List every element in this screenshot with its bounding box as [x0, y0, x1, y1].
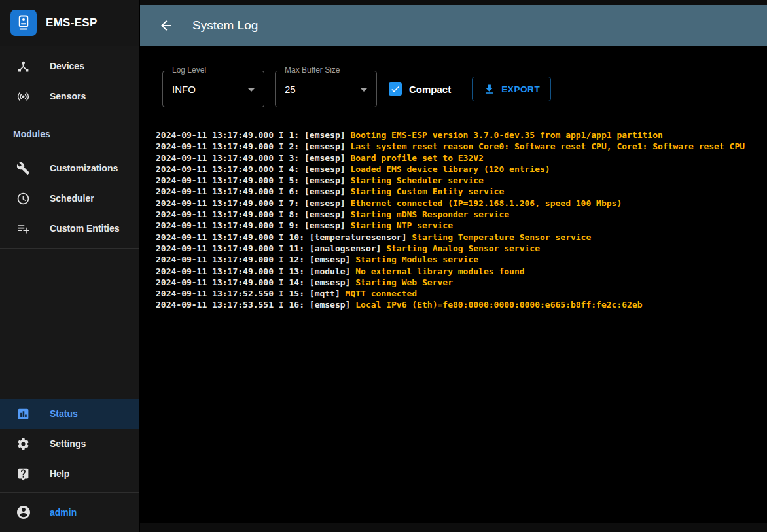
export-button-label: EXPORT	[501, 84, 540, 94]
sidebar-item-sensors[interactable]: Sensors	[0, 81, 139, 111]
max-buffer-size-select[interactable]: Max Buffer Size 25	[275, 71, 377, 107]
sidebar: EMS-ESP Devices Sensors Modules	[0, 0, 140, 532]
log-line-meta: 2024-09-11 13:17:49.000 I 13: [module]	[156, 266, 355, 276]
sidebar-item-label: Devices	[50, 61, 84, 71]
log-line: 2024-09-11 13:17:49.000 I 14: [emsesp] S…	[156, 277, 767, 288]
app-title: EMS-ESP	[46, 16, 98, 29]
sidebar-item-customizations[interactable]: Customizations	[0, 153, 139, 183]
log-level-label: Log Level	[169, 65, 209, 75]
log-line-message: Local IPv6 (Eth)=fe80:0000:0000:0000:e66…	[355, 300, 642, 310]
sidebar-item-label: Custom Entities	[50, 223, 120, 234]
sensors-icon	[16, 89, 30, 103]
log-line-meta: 2024-09-11 13:17:49.000 I 3: [emsesp]	[156, 153, 350, 163]
sidebar-item-label: Customizations	[50, 163, 118, 173]
bar-chart-icon	[16, 406, 30, 421]
log-line-meta: 2024-09-11 13:17:49.000 I 12: [emsesp]	[156, 255, 355, 264]
log-line-meta: 2024-09-11 13:17:49.000 I 11: [analogsen…	[156, 243, 386, 253]
log-line: 2024-09-11 13:17:53.551 I 16: [emsesp] L…	[156, 299, 767, 310]
log-line-message: Last system reset reason Core0: Software…	[350, 141, 745, 151]
log-line-meta: 2024-09-11 13:17:49.000 I 5: [emsesp]	[156, 175, 350, 185]
log-line-meta: 2024-09-11 13:17:49.000 I 9: [emsesp]	[156, 221, 350, 230]
account-circle-icon	[16, 505, 31, 520]
log-line: 2024-09-11 13:17:49.000 I 10: [temperatu…	[156, 232, 767, 243]
log-panel: Log Level INFO Max Buffer Size 25	[140, 46, 767, 523]
main-area: System Log Log Level INFO Max Buffer Siz…	[140, 0, 767, 532]
log-line: 2024-09-11 13:17:49.000 I 7: [emsesp] Et…	[156, 198, 767, 209]
sidebar-main-group: Devices Sensors	[0, 46, 139, 111]
log-line: 2024-09-11 13:17:49.000 I 12: [emsesp] S…	[156, 254, 767, 265]
playlist-add-icon	[16, 221, 30, 236]
log-line-message: Starting Modules service	[355, 255, 478, 264]
log-line-meta: 2024-09-11 13:17:49.000 I 2: [emsesp]	[156, 141, 350, 151]
log-line-message: Loaded EMS device library (120 entries)	[350, 164, 550, 174]
log-line-meta: 2024-09-11 13:17:49.000 I 14: [emsesp]	[156, 277, 355, 287]
log-line-message: Ethernet connected (IP=192.168.1.206, sp…	[350, 198, 622, 208]
log-line-message: MQTT connected	[346, 289, 418, 298]
chevron-down-icon	[243, 82, 259, 100]
help-icon	[16, 467, 30, 481]
appbar: System Log	[140, 5, 767, 46]
chevron-down-icon	[356, 82, 372, 100]
compact-checkbox-group: Compact	[389, 82, 451, 96]
log-line: 2024-09-11 13:17:49.000 I 9: [emsesp] St…	[156, 220, 767, 231]
sidebar-spacer	[0, 249, 139, 399]
log-output: 2024-09-11 13:17:49.000 I 1: [emsesp] Bo…	[156, 130, 767, 311]
log-line-message: Starting mDNS Responder service	[350, 209, 509, 219]
log-line-meta: 2024-09-11 13:17:49.000 I 8: [emsesp]	[156, 209, 350, 219]
sidebar-user-label: admin	[50, 507, 77, 518]
log-line-message: Starting Scheduler service	[350, 175, 484, 185]
log-line-message: Starting Custom Entity service	[350, 186, 504, 196]
log-line-message: Starting Analog Sensor service	[386, 243, 540, 253]
log-line-meta: 2024-09-11 13:17:49.000 I 10: [temperatu…	[156, 232, 412, 242]
sidebar-item-status[interactable]: Status	[0, 399, 139, 429]
sidebar-item-devices[interactable]: Devices	[0, 51, 139, 81]
log-line-message: Starting Web Server	[355, 277, 453, 287]
log-line: 2024-09-11 13:17:52.550 I 15: [mqtt] MQT…	[156, 288, 767, 299]
sidebar-item-help[interactable]: Help	[0, 459, 139, 489]
log-line: 2024-09-11 13:17:49.000 I 3: [emsesp] Bo…	[156, 152, 767, 164]
sidebar-header: EMS-ESP	[0, 0, 139, 46]
export-button[interactable]: EXPORT	[472, 77, 551, 101]
sidebar-item-label: Help	[50, 469, 69, 479]
log-line: 2024-09-11 13:17:49.000 I 6: [emsesp] St…	[156, 186, 767, 197]
sidebar-item-settings[interactable]: Settings	[0, 429, 139, 459]
max-buffer-size-value: 25	[276, 84, 296, 95]
log-line: 2024-09-11 13:17:49.000 I 1: [emsesp] Bo…	[156, 130, 767, 141]
log-line: 2024-09-11 13:17:49.000 I 4: [emsesp] Lo…	[156, 164, 767, 175]
log-line: 2024-09-11 13:17:49.000 I 2: [emsesp] La…	[156, 141, 767, 152]
log-line: 2024-09-11 13:17:49.000 I 8: [emsesp] St…	[156, 209, 767, 220]
log-level-value: INFO	[163, 84, 196, 95]
log-line-message: Booting EMS-ESP version 3.7.0-dev.35 fro…	[350, 130, 662, 140]
log-line: 2024-09-11 13:17:49.000 I 5: [emsesp] St…	[156, 175, 767, 186]
sidebar-section-modules: Modules	[0, 116, 139, 139]
arrow-back-icon	[158, 18, 174, 33]
wrench-icon	[16, 161, 30, 175]
download-icon	[483, 83, 495, 96]
log-line-message: Board profile set to E32V2	[350, 153, 484, 163]
log-line-message: Starting NTP service	[350, 221, 453, 230]
sidebar-item-label: Scheduler	[50, 193, 94, 204]
sidebar-item-label: Status	[50, 408, 78, 419]
compact-checkbox-label: Compact	[409, 84, 451, 95]
app-root: EMS-ESP Devices Sensors Modules	[0, 0, 767, 532]
page-title: System Log	[192, 18, 258, 33]
sidebar-item-label: Sensors	[50, 91, 86, 101]
compact-checkbox[interactable]	[389, 82, 402, 96]
log-line: 2024-09-11 13:17:49.000 I 11: [analogsen…	[156, 243, 767, 254]
ems-esp-logo-icon	[10, 10, 37, 36]
sidebar-item-scheduler[interactable]: Scheduler	[0, 183, 139, 213]
log-line-meta: 2024-09-11 13:17:49.000 I 6: [emsesp]	[156, 186, 350, 196]
back-button[interactable]	[157, 16, 175, 35]
check-icon	[390, 84, 401, 94]
sidebar-item-label: Settings	[50, 438, 86, 449]
max-buffer-size-label: Max Buffer Size	[281, 65, 343, 75]
log-line-meta: 2024-09-11 13:17:49.000 I 4: [emsesp]	[156, 164, 350, 174]
sidebar-modules-group: Customizations Scheduler Custom Entities	[0, 139, 139, 243]
log-line: 2024-09-11 13:17:49.000 I 13: [module] N…	[156, 266, 767, 277]
sidebar-item-custom-entities[interactable]: Custom Entities	[0, 213, 139, 243]
log-line-meta: 2024-09-11 13:17:53.551 I 16: [emsesp]	[156, 300, 355, 310]
log-level-select[interactable]: Log Level INFO	[162, 71, 264, 107]
log-controls: Log Level INFO Max Buffer Size 25	[162, 71, 767, 107]
sidebar-user-admin[interactable]: admin	[0, 493, 139, 532]
log-line-message: Starting Temperature Sensor service	[412, 232, 591, 242]
